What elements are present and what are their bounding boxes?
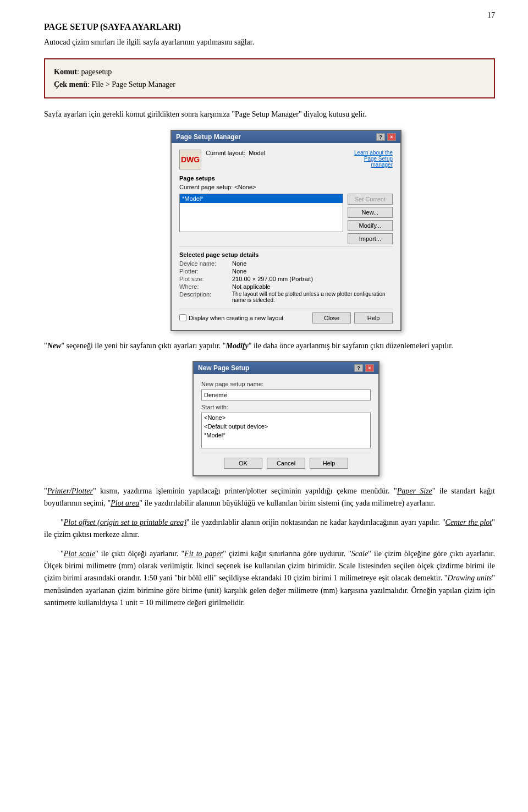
cek-menu-label: Çek menü bbox=[54, 80, 87, 89]
dialog2-question-btn[interactable]: ? bbox=[354, 364, 363, 372]
detail-device-val: None bbox=[232, 260, 393, 267]
dialog2-title: New Page Setup bbox=[198, 364, 249, 372]
page-number: 17 bbox=[487, 11, 495, 20]
dialog1-close-btn[interactable]: × bbox=[387, 133, 396, 141]
dialog1-header-row: DWG Current layout: Model Learn about th… bbox=[179, 150, 393, 169]
list-item-model[interactable]: *Model* bbox=[202, 431, 370, 440]
display-checkbox-row: Display when creating a new layout bbox=[179, 314, 283, 321]
display-checkbox[interactable] bbox=[179, 314, 186, 321]
intro-text: Sayfa ayarları için gerekli komut girild… bbox=[44, 108, 495, 120]
dialog1-titlebar: Page Setup Manager ? × bbox=[172, 131, 400, 143]
dialog1-question-btn[interactable]: ? bbox=[376, 133, 385, 141]
drawing-units-term: Drawing units bbox=[448, 574, 492, 582]
modify-emphasis: Modify bbox=[226, 342, 249, 350]
komut-label: Komut bbox=[54, 68, 77, 76]
command-box: Komut: pagesetup Çek menü: File > Page S… bbox=[44, 58, 495, 98]
detail-plotter-val: None bbox=[232, 268, 393, 275]
dialog2-cancel-btn[interactable]: Cancel bbox=[267, 458, 305, 469]
plot-scale-term: Plot scale bbox=[64, 550, 95, 558]
dialog1-container: Page Setup Manager ? × DWG Current layou… bbox=[77, 130, 495, 331]
list-and-buttons: *Model* Set Current New... Modify... Imp… bbox=[179, 194, 393, 244]
details-grid: Device name: None Plotter: None Plot siz… bbox=[179, 260, 393, 303]
page-title: PAGE SETUP (SAYFA AYARLARI) bbox=[44, 22, 495, 32]
start-with-label: Start with: bbox=[201, 404, 371, 410]
detail-desc-val: The layout will not be plotted unless a … bbox=[232, 291, 393, 303]
scale-term: Scale bbox=[351, 550, 368, 558]
dialog1-body: DWG Current layout: Model Learn about th… bbox=[172, 143, 400, 330]
titlebar-controls: ? × bbox=[376, 133, 396, 141]
new-setup-input[interactable] bbox=[201, 389, 371, 400]
after-dialog1-text: "New" seçeneği ile yeni bir sayfanın çık… bbox=[44, 340, 495, 352]
details-title: Selected page setup details bbox=[179, 251, 393, 258]
komut-value: pagesetup bbox=[81, 68, 112, 76]
help-btn[interactable]: Help bbox=[354, 312, 393, 323]
cek-menu-value: File > Page Setup Manager bbox=[91, 80, 175, 89]
set-current-btn[interactable]: Set Current bbox=[348, 194, 393, 205]
detail-where-val: Not applicable bbox=[232, 283, 393, 290]
detail-plotsize-val: 210.00 × 297.00 mm (Portrait) bbox=[232, 276, 393, 282]
dialog2-ok-btn[interactable]: OK bbox=[224, 458, 262, 469]
new-page-setup-dialog: New Page Setup ? × New page setup name: … bbox=[193, 361, 380, 476]
modify-btn[interactable]: Modify... bbox=[348, 220, 393, 231]
plot-area-term: Plot area bbox=[111, 499, 139, 507]
detail-where-key: Where: bbox=[179, 283, 229, 290]
dialog2-titlebar-controls: ? × bbox=[354, 364, 374, 372]
current-layout-row: Current layout: Model bbox=[206, 150, 343, 156]
display-checkbox-label: Display when creating a new layout bbox=[189, 315, 283, 321]
list-item-none[interactable]: <None> bbox=[202, 413, 370, 422]
detail-plotter-key: Plotter: bbox=[179, 268, 229, 275]
footer-buttons: Close Help bbox=[312, 312, 393, 323]
center-plot-term: Center the plot bbox=[446, 518, 492, 526]
page-setups-label: Page setups bbox=[179, 175, 393, 182]
new-emphasis: New bbox=[47, 342, 62, 350]
menu-row: Çek menü: File > Page Setup Manager bbox=[54, 79, 485, 91]
current-setup-label: Current page setup: bbox=[179, 184, 233, 190]
printer-plotter-term: Printer/Plotter bbox=[47, 487, 93, 495]
page-setups-list[interactable]: *Model* bbox=[179, 194, 343, 232]
current-layout-value: Model bbox=[249, 150, 265, 156]
dwg-icon: DWG bbox=[179, 150, 201, 169]
current-layout-label: Current layout: bbox=[206, 150, 245, 156]
new-btn[interactable]: New... bbox=[348, 207, 393, 218]
list-box-wrap: *Model* bbox=[179, 194, 343, 237]
dialog1-header-info: Current layout: Model bbox=[206, 150, 343, 161]
dialog1-title: Page Setup Manager bbox=[176, 133, 241, 141]
dialog1-footer: Display when creating a new layout Close… bbox=[179, 309, 393, 323]
dialog1-right-buttons: Set Current New... Modify... Import... bbox=[348, 194, 393, 244]
paragraph2: "Plot offset (origin set to printable ar… bbox=[44, 517, 495, 541]
page-subtitle: Autocad çizim sınırları ile ilgili sayfa… bbox=[44, 36, 495, 48]
list-item-default[interactable]: <Default output device> bbox=[202, 422, 370, 431]
model-list-item[interactable]: *Model* bbox=[180, 194, 343, 203]
details-section: Selected page setup details Device name:… bbox=[179, 246, 393, 303]
paper-size-term: Paper Size bbox=[397, 487, 432, 495]
detail-device-key: Device name: bbox=[179, 260, 229, 267]
dialog2-body: New page setup name: Start with: <None> … bbox=[194, 374, 378, 475]
dialog2-close-btn[interactable]: × bbox=[365, 364, 374, 372]
dialog2-footer: OK Cancel Help bbox=[201, 453, 371, 469]
plot-offset-term: Plot offset (origin set to printable are… bbox=[64, 518, 186, 526]
close-btn[interactable]: Close bbox=[312, 312, 351, 323]
new-setup-label: New page setup name: bbox=[201, 381, 371, 387]
fit-to-paper-term: Fit to paper bbox=[184, 550, 223, 558]
command-row: Komut: pagesetup bbox=[54, 66, 485, 78]
import-btn[interactable]: Import... bbox=[348, 233, 393, 244]
current-setup-row: Current page setup: <None> bbox=[179, 184, 393, 190]
detail-plotsize-key: Plot size: bbox=[179, 276, 229, 282]
dialog2-container: New Page Setup ? × New page setup name: … bbox=[77, 361, 495, 476]
paragraph1: "Printer/Plotter" kısmı, yazdırma işlemi… bbox=[44, 485, 495, 510]
detail-desc-key: Description: bbox=[179, 291, 229, 303]
paragraph3: "Plot scale" ile çıktı ölçeği ayarlanır.… bbox=[44, 548, 495, 610]
start-with-list[interactable]: <None> <Default output device> *Model* bbox=[201, 413, 371, 448]
current-setup-value: <None> bbox=[234, 184, 256, 190]
page-setup-manager-dialog: Page Setup Manager ? × DWG Current layou… bbox=[170, 130, 402, 331]
dialog2-titlebar: New Page Setup ? × bbox=[194, 362, 378, 374]
learn-link[interactable]: Learn about the Page Setup manager bbox=[343, 150, 393, 168]
dialog2-help-btn[interactable]: Help bbox=[310, 458, 348, 469]
